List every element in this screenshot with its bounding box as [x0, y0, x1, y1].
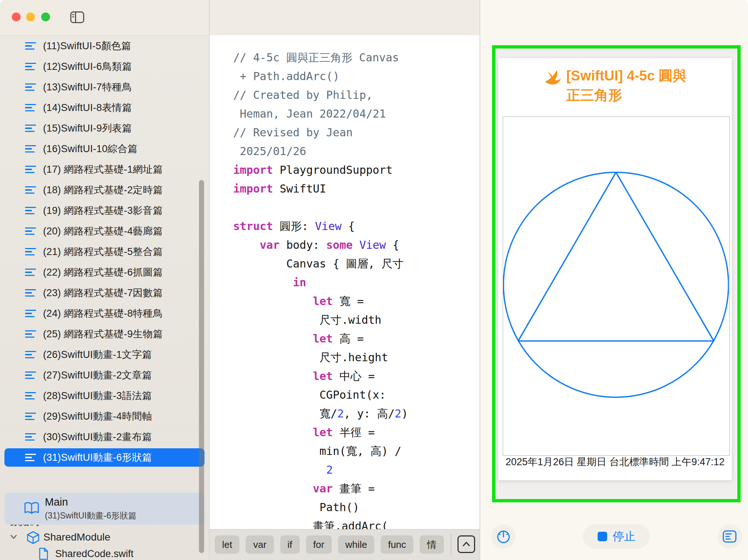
live-view-panel: [SwiftUI] 4-5c 圓與 正三角形 2025年1月26日 星期日 台北…: [480, 0, 748, 560]
sidebar-item[interactable]: (17) 網路程式基礎-1網址篇: [0, 159, 209, 180]
sidebar-item-sharedmodule[interactable]: SharedModule: [0, 527, 209, 547]
sidebar-item-label: (15)SwiftUI-9列表篇: [43, 122, 132, 135]
text-lines-icon: [25, 392, 36, 399]
keyword-button-let[interactable]: let: [215, 535, 239, 554]
card-title-line1: [SwiftUI] 4-5c 圓與: [566, 66, 687, 86]
sidebar-item[interactable]: (11)SwiftUI-5顏色篇: [0, 36, 209, 56]
code-line[interactable]: [233, 198, 408, 217]
swift-bird-icon: [544, 68, 562, 105]
text-lines-icon: [25, 454, 36, 461]
sidebar-item[interactable]: (23) 網路程式基礎-7因數篇: [0, 283, 209, 303]
code-line[interactable]: CGPoint(x:: [233, 385, 408, 404]
sidebar-item[interactable]: (16)SwiftUI-10綜合篇: [0, 139, 209, 159]
code-line[interactable]: Heman, Jean 2022/04/21: [233, 104, 408, 123]
code-content[interactable]: // 4-5c 圓與正三角形 Canvas + Path.addArc()// …: [233, 48, 408, 535]
code-line[interactable]: var 畫筆 =: [233, 479, 408, 498]
code-line[interactable]: import PlaygroundSupport: [233, 161, 408, 179]
fullscreen-window-button[interactable]: [41, 12, 50, 21]
keyword-button-for[interactable]: for: [306, 535, 332, 554]
collapse-keyboard-button[interactable]: [457, 535, 475, 553]
text-lines-icon: [25, 207, 36, 214]
document-icon: [38, 548, 49, 560]
sidebar-item[interactable]: (26)SwiftUI動畫-1文字篇: [0, 344, 209, 365]
code-line[interactable]: let 高 =: [233, 329, 408, 348]
code-line[interactable]: 2: [233, 460, 408, 479]
sidebar-item[interactable]: (19) 網路程式基礎-3影音篇: [0, 200, 209, 221]
sidebar-item-label: (13)SwiftUI-7特種鳥: [43, 80, 132, 94]
circle-triangle-drawing: [503, 117, 729, 455]
code-line[interactable]: let 半徑 =: [233, 423, 408, 442]
sidebar-scrollbar[interactable]: [199, 180, 204, 553]
sidebar-item[interactable]: (12)SwiftUI-6鳥類篇: [0, 56, 209, 77]
sidebar-item-label: (30)SwiftUI動畫-2畫布篇: [43, 430, 152, 444]
minimize-window-button[interactable]: [26, 12, 35, 21]
keyword-button-var[interactable]: var: [246, 535, 274, 554]
sidebar-item[interactable]: (15)SwiftUI-9列表篇: [0, 118, 209, 139]
sidebar-toggle-icon: [70, 11, 85, 24]
sidebar-item[interactable]: (20) 網路程式基礎-4藝廊篇: [0, 221, 209, 241]
keyword-button-func[interactable]: func: [381, 535, 413, 554]
sidebar-item[interactable]: (28)SwiftUI動畫-3語法篇: [0, 385, 209, 406]
sidebar-item[interactable]: (30)SwiftUI動畫-2畫布篇: [0, 427, 209, 447]
code-line[interactable]: // 4-5c 圓與正三角形 Canvas: [233, 48, 408, 67]
code-line[interactable]: Path(): [233, 498, 408, 517]
keyword-button-if[interactable]: if: [280, 535, 300, 554]
sidebar-item[interactable]: (22) 網路程式基礎-6抓圖篇: [0, 262, 209, 283]
text-lines-icon: [25, 227, 36, 235]
sidebar-item-label: (21) 網路程式基礎-5整合篇: [43, 245, 163, 258]
sidebar-item[interactable]: (25) 網路程式基礎-9生物篇: [0, 324, 209, 344]
sidebar-item-label: (25) 網路程式基礎-9生物篇: [43, 327, 163, 341]
sidebar-item-label: (16)SwiftUI-10綜合篇: [43, 142, 138, 155]
sidebar-item[interactable]: (14)SwiftUI-8表情篇: [0, 97, 209, 118]
text-lines-icon: [25, 330, 36, 338]
sidebar-item-label: (18) 網路程式基礎-2定時篇: [43, 183, 163, 197]
code-line[interactable]: in: [233, 273, 408, 292]
book-icon: [24, 501, 40, 515]
close-window-button[interactable]: [12, 12, 21, 21]
code-line[interactable]: let 寬 =: [233, 292, 408, 310]
code-line[interactable]: Canvas { 圖層, 尺寸: [233, 254, 408, 273]
code-line[interactable]: 尺寸.width: [233, 310, 408, 329]
sidebar-item[interactable]: (13)SwiftUI-7特種鳥: [0, 77, 209, 97]
sidebar-toggle-button[interactable]: [70, 11, 85, 24]
code-line[interactable]: var body: some View {: [233, 236, 408, 254]
code-line[interactable]: 尺寸.height: [233, 348, 408, 367]
code-line[interactable]: 寬/2, y: 高/2): [233, 404, 408, 423]
text-lines-icon: [25, 248, 36, 255]
keyword-bar-divider: [451, 534, 451, 556]
stop-button[interactable]: 停止: [583, 524, 650, 549]
code-line[interactable]: // Created by Philip,: [233, 86, 408, 104]
sidebar-item[interactable]: (24) 網路程式基礎-8特種鳥: [0, 303, 209, 324]
sidebar-item-main[interactable]: Main (31)SwiftUI動畫-6形狀篇: [4, 492, 204, 525]
code-line[interactable]: min(寬, 高) /: [233, 442, 408, 460]
file-item-label: SharedCode.swift: [55, 548, 133, 560]
code-line[interactable]: let 中心 =: [233, 367, 408, 385]
sidebar-item[interactable]: (18) 網路程式基礎-2定時篇: [0, 180, 209, 200]
sidebar-item[interactable]: (21) 網路程式基礎-5整合篇: [0, 241, 209, 262]
text-lines-icon: [25, 310, 36, 317]
sidebar-item[interactable]: (29)SwiftUI動畫-4時間軸: [0, 406, 209, 427]
text-lines-icon: [25, 351, 36, 358]
keyword-button-while[interactable]: while: [338, 535, 374, 554]
sidebar-item-sharedcode[interactable]: SharedCode.swift: [0, 547, 209, 560]
cube-icon: [26, 531, 40, 545]
live-view-card: [SwiftUI] 4-5c 圓與 正三角形 2025年1月26日 星期日 台北…: [498, 58, 732, 480]
performance-gauge-button[interactable]: [491, 524, 516, 549]
sidebar-item-label: (31)SwiftUI動畫-6形狀篇: [43, 451, 152, 464]
code-line[interactable]: + Path.addArc(): [233, 67, 408, 86]
keyword-button-情[interactable]: 情: [420, 535, 444, 554]
chevron-down-icon[interactable]: [10, 533, 18, 541]
text-lines-icon: [25, 42, 36, 50]
code-line[interactable]: // Revised by Jean: [233, 123, 408, 142]
code-line[interactable]: struct 圓形: View {: [233, 217, 408, 236]
code-editor[interactable]: // 4-5c 圓與正三角形 Canvas + Path.addArc()// …: [210, 35, 480, 529]
stop-button-label: 停止: [613, 529, 635, 544]
sidebar-item[interactable]: (31)SwiftUI動畫-6形狀篇: [0, 447, 209, 468]
console-button[interactable]: [717, 524, 742, 549]
playground-pages-list: (11)SwiftUI-5顏色篇 (12)SwiftUI-6鳥類篇 (13)Sw…: [0, 36, 209, 468]
text-lines-icon: [25, 413, 36, 420]
card-title-text: [SwiftUI] 4-5c 圓與 正三角形: [566, 66, 687, 105]
code-line[interactable]: import SwiftUI: [233, 179, 408, 198]
code-line[interactable]: 2025/01/26: [233, 142, 408, 161]
sidebar-item[interactable]: (27)SwiftUI動畫-2文章篇: [0, 365, 209, 385]
